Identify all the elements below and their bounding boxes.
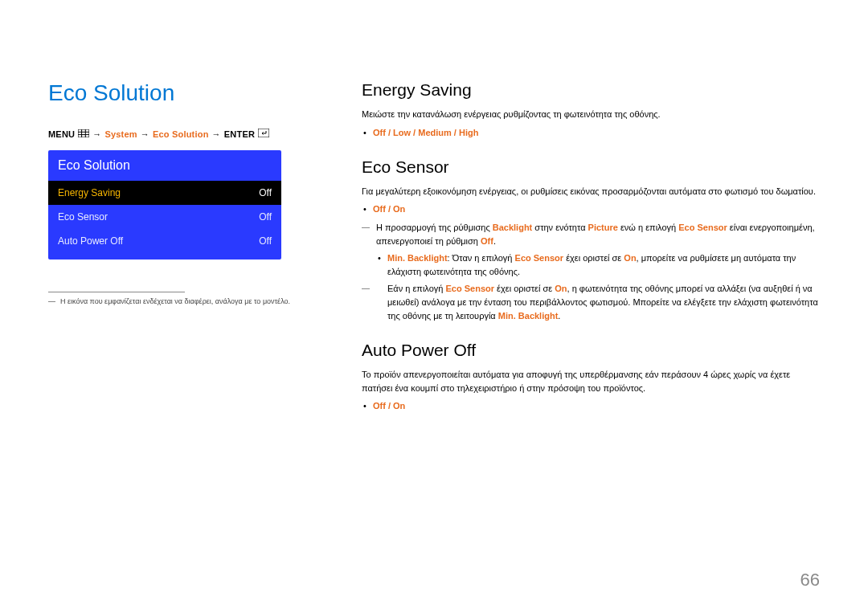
options-list: Off / Low / Medium / High <box>362 126 820 140</box>
section-eco-sensor: Eco Sensor Για μεγαλύτερη εξοικονόμηση ε… <box>362 157 820 324</box>
osd-value: Off <box>259 211 272 223</box>
divider <box>48 292 185 292</box>
arrow-icon: → <box>92 129 101 139</box>
osd-row-energy-saving[interactable]: Energy Saving Off <box>48 181 281 205</box>
sub-bullets: Min. Backlight: Όταν η επιλογή Eco Senso… <box>362 251 820 279</box>
bc-enter: ENTER <box>224 129 255 139</box>
sub-bullet: Min. Backlight: Όταν η επιλογή Eco Senso… <box>376 251 820 279</box>
t: Εάν η επιλογή <box>387 284 446 293</box>
opt: Low <box>393 128 411 137</box>
breadcrumb: MENU → System → Eco Solution → ENTER <box>48 129 321 139</box>
section-auto-power-off: Auto Power Off Το προϊόν απενεργοποιείτα… <box>362 341 820 413</box>
opt: On <box>393 401 405 411</box>
two-column-layout: Eco Solution MENU → System → Eco Solutio… <box>48 80 820 431</box>
section-heading: Eco Sensor <box>362 157 820 177</box>
t: . <box>493 236 496 246</box>
osd-value: Off <box>259 187 272 198</box>
options-list: Off / On <box>362 202 820 216</box>
section-desc: Μειώστε την κατανάλωση ενέργειας ρυθμίζο… <box>362 108 820 121</box>
hl: On <box>555 284 567 293</box>
osd-label: Energy Saving <box>58 187 121 198</box>
right-column: Energy Saving Μειώστε την κατανάλωση ενέ… <box>362 80 820 431</box>
bc-eco: Eco Solution <box>153 129 209 139</box>
section-desc: Για μεγαλύτερη εξοικονόμηση ενέργειας, ο… <box>362 185 820 198</box>
t: Η προσαρμογή της ρύθμισης <box>376 223 493 232</box>
opt: High <box>459 128 478 137</box>
osd-value: Off <box>259 235 272 247</box>
hl: Picture <box>588 223 618 232</box>
hl: Min. Backlight <box>498 311 559 321</box>
opt: On <box>393 204 405 214</box>
hl: Eco Sensor <box>678 223 727 232</box>
menu-grid-icon <box>78 129 89 139</box>
osd-row-auto-power-off[interactable]: Auto Power Off Off <box>48 229 281 253</box>
options-line: Off / Low / Medium / High <box>362 126 820 140</box>
bc-system: System <box>104 129 137 139</box>
sep: / <box>386 128 393 137</box>
section-heading: Energy Saving <box>362 80 820 100</box>
osd-label: Auto Power Off <box>58 235 123 247</box>
left-column: Eco Solution MENU → System → Eco Solutio… <box>48 80 321 431</box>
options-line: Off / On <box>362 399 820 413</box>
t: έχει οριστεί σε <box>494 284 555 293</box>
osd-title: Eco Solution <box>48 150 281 181</box>
sep: / <box>452 128 459 137</box>
options-list: Off / On <box>362 399 820 413</box>
osd-label: Eco Sensor <box>58 211 108 223</box>
hl: Backlight <box>493 223 533 232</box>
opt: Medium <box>418 128 452 137</box>
footnote-dash: ― <box>48 297 55 305</box>
sep: / <box>386 204 393 214</box>
footnote-text: Η εικόνα που εμφανίζεται ενδέχεται να δι… <box>60 297 290 305</box>
sep: / <box>386 401 393 411</box>
opt: Off <box>373 128 386 137</box>
osd-spacer <box>48 253 281 260</box>
hl: On <box>624 253 636 263</box>
options-line: Off / On <box>362 202 820 216</box>
t: : Όταν η επιλογή <box>448 253 515 263</box>
manual-page: Eco Solution MENU → System → Eco Solutio… <box>0 0 868 613</box>
hl: Eco Sensor <box>515 253 564 263</box>
hl: Off <box>481 236 493 246</box>
t: . <box>558 311 560 321</box>
opt: Off <box>373 401 386 411</box>
page-number: 66 <box>800 570 820 591</box>
opt: Off <box>373 204 386 214</box>
t: ενώ η επιλογή <box>618 223 678 232</box>
bc-menu: MENU <box>48 129 75 139</box>
footnote: ― Η εικόνα που εμφανίζεται ενδέχεται να … <box>48 297 321 305</box>
sep: / <box>411 128 418 137</box>
note-line: Εάν η επιλογή Eco Sensor έχει οριστεί σε… <box>362 282 820 323</box>
section-desc: Το προϊόν απενεργοποιείται αυτόματα για … <box>362 368 820 394</box>
t: έχει οριστεί σε <box>563 253 624 263</box>
arrow-icon: → <box>212 129 221 139</box>
svg-rect-0 <box>78 129 89 137</box>
enter-icon <box>258 129 269 139</box>
section-heading: Auto Power Off <box>362 341 820 360</box>
note-line: Η προσαρμογή της ρύθμισης Backlight στην… <box>362 221 820 248</box>
t: στην ενότητα <box>532 223 588 232</box>
hl: Min. Backlight <box>387 253 448 263</box>
osd-row-eco-sensor[interactable]: Eco Sensor Off <box>48 205 281 229</box>
osd-panel: Eco Solution Energy Saving Off Eco Senso… <box>48 150 281 260</box>
section-energy-saving: Energy Saving Μειώστε την κατανάλωση ενέ… <box>362 80 820 140</box>
page-title: Eco Solution <box>48 80 321 106</box>
hl: Eco Sensor <box>446 284 495 293</box>
arrow-icon: → <box>141 129 149 139</box>
